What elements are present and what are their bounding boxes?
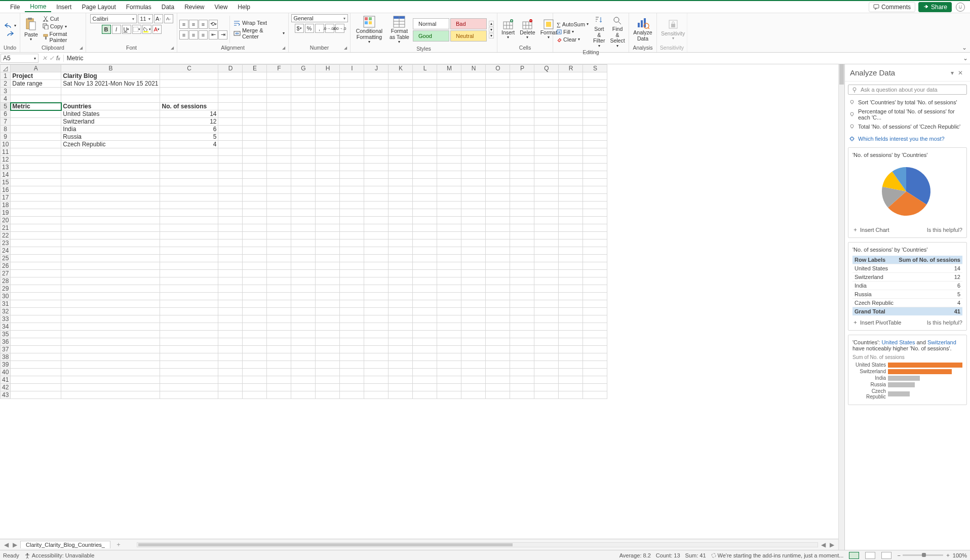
cell-K39[interactable] xyxy=(389,361,413,369)
cell-K5[interactable] xyxy=(389,103,413,110)
cell-I13[interactable] xyxy=(340,164,364,171)
cell-H4[interactable] xyxy=(316,95,340,103)
cell-G4[interactable] xyxy=(291,95,316,103)
cell-B2[interactable]: Sat Nov 13 2021-Mon Nov 15 2021 xyxy=(61,80,160,88)
cell-J34[interactable] xyxy=(364,323,389,331)
cell-S8[interactable] xyxy=(583,126,607,133)
row-header-18[interactable]: 18 xyxy=(1,202,11,209)
cell-D21[interactable] xyxy=(218,224,243,232)
cell-R14[interactable] xyxy=(559,171,583,179)
tab-view[interactable]: View xyxy=(210,3,233,12)
cell-D3[interactable] xyxy=(218,88,243,95)
cell-N9[interactable] xyxy=(461,133,486,141)
cell-E12[interactable] xyxy=(243,156,267,164)
cell-G31[interactable] xyxy=(291,300,316,308)
cell-Q7[interactable] xyxy=(534,118,559,126)
cell-D23[interactable] xyxy=(218,239,243,247)
cell-G33[interactable] xyxy=(291,315,316,323)
cell-N23[interactable] xyxy=(461,239,486,247)
cell-I4[interactable] xyxy=(340,95,364,103)
cell-Q40[interactable] xyxy=(534,369,559,376)
cell-P4[interactable] xyxy=(510,95,534,103)
cell-Q27[interactable] xyxy=(534,270,559,277)
cell-Q25[interactable] xyxy=(534,255,559,262)
cell-J1[interactable] xyxy=(364,72,389,80)
cell-R31[interactable] xyxy=(559,300,583,308)
cell-N22[interactable] xyxy=(461,232,486,239)
cell-Q41[interactable] xyxy=(534,376,559,384)
cell-N40[interactable] xyxy=(461,369,486,376)
cell-C25[interactable] xyxy=(160,255,218,262)
cell-J30[interactable] xyxy=(364,293,389,300)
cell-M26[interactable] xyxy=(437,262,461,270)
cell-J19[interactable] xyxy=(364,209,389,217)
cell-L33[interactable] xyxy=(413,315,437,323)
alignment-launcher[interactable]: ◢ xyxy=(282,46,285,50)
cell-S31[interactable] xyxy=(583,300,607,308)
cell-P25[interactable] xyxy=(510,255,534,262)
border-button[interactable]: ▾ xyxy=(132,25,141,34)
cell-F30[interactable] xyxy=(267,293,291,300)
cell-R37[interactable] xyxy=(559,346,583,353)
cell-F42[interactable] xyxy=(267,384,291,391)
cell-H37[interactable] xyxy=(316,346,340,353)
row-header-30[interactable]: 30 xyxy=(1,293,11,300)
row-header-19[interactable]: 19 xyxy=(1,209,11,217)
cell-R2[interactable] xyxy=(559,80,583,88)
cell-K20[interactable] xyxy=(389,217,413,224)
cell-L7[interactable] xyxy=(413,118,437,126)
cell-G39[interactable] xyxy=(291,361,316,369)
cell-S6[interactable] xyxy=(583,110,607,118)
spreadsheet-grid[interactable]: ◿ABCDEFGHIJKLMNOPQRS1ProjectClarity Blog… xyxy=(0,64,838,539)
cell-P43[interactable] xyxy=(510,391,534,399)
cell-B38[interactable] xyxy=(61,353,160,361)
cell-N30[interactable] xyxy=(461,293,486,300)
cell-S2[interactable] xyxy=(583,80,607,88)
cell-P39[interactable] xyxy=(510,361,534,369)
cell-F3[interactable] xyxy=(267,88,291,95)
cell-S43[interactable] xyxy=(583,391,607,399)
cell-D17[interactable] xyxy=(218,194,243,202)
cell-P3[interactable] xyxy=(510,88,534,95)
cell-A17[interactable] xyxy=(11,194,61,202)
cell-B16[interactable] xyxy=(61,186,160,194)
cell-A7[interactable] xyxy=(11,118,61,126)
col-header-K[interactable]: K xyxy=(389,65,413,72)
cell-P2[interactable] xyxy=(510,80,534,88)
cell-I21[interactable] xyxy=(340,224,364,232)
cell-L38[interactable] xyxy=(413,353,437,361)
cell-K27[interactable] xyxy=(389,270,413,277)
cell-K3[interactable] xyxy=(389,88,413,95)
cell-L22[interactable] xyxy=(413,232,437,239)
cell-P5[interactable] xyxy=(510,103,534,110)
increase-font-button[interactable]: A↑ xyxy=(154,14,163,23)
align-right-button[interactable]: ≡ xyxy=(199,30,208,39)
cell-S35[interactable] xyxy=(583,331,607,338)
cell-Q9[interactable] xyxy=(534,133,559,141)
col-header-S[interactable]: S xyxy=(583,65,607,72)
cell-H13[interactable] xyxy=(316,164,340,171)
cell-E4[interactable] xyxy=(243,95,267,103)
cell-F22[interactable] xyxy=(267,232,291,239)
cell-S13[interactable] xyxy=(583,164,607,171)
cell-J25[interactable] xyxy=(364,255,389,262)
ribbon-collapse-button[interactable]: ⌄ xyxy=(962,44,967,51)
cell-A26[interactable] xyxy=(11,262,61,270)
cell-Q20[interactable] xyxy=(534,217,559,224)
cell-I1[interactable] xyxy=(340,72,364,80)
cell-M10[interactable] xyxy=(437,141,461,148)
cell-A3[interactable] xyxy=(11,88,61,95)
cell-E36[interactable] xyxy=(243,338,267,346)
cell-N2[interactable] xyxy=(461,80,486,88)
cell-C41[interactable] xyxy=(160,376,218,384)
cell-I7[interactable] xyxy=(340,118,364,126)
cell-E18[interactable] xyxy=(243,202,267,209)
cell-J21[interactable] xyxy=(364,224,389,232)
cell-E11[interactable] xyxy=(243,148,267,156)
cell-F10[interactable] xyxy=(267,141,291,148)
cell-N27[interactable] xyxy=(461,270,486,277)
cell-I17[interactable] xyxy=(340,194,364,202)
cell-S14[interactable] xyxy=(583,171,607,179)
cell-E20[interactable] xyxy=(243,217,267,224)
cell-P7[interactable] xyxy=(510,118,534,126)
